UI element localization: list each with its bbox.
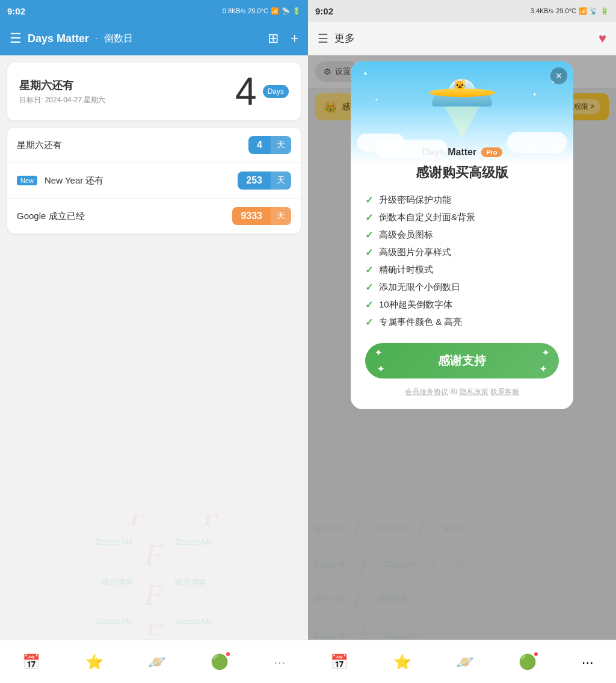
star-decoration-3: ✦ [375, 97, 378, 102]
nav-star[interactable]: ⭐ [85, 654, 103, 670]
nav-star-right[interactable]: ⭐ [393, 654, 411, 670]
featured-card[interactable]: 星期六还有 目标日: 2024-04-27 星期六 4 Days [7, 63, 301, 120]
table-row[interactable]: Google 成立已经 9333 天 [7, 199, 301, 233]
battery-right: 🔋 [600, 7, 609, 15]
temp-right: 29.0°C [556, 7, 576, 14]
thank-support-button[interactable]: ✦ ✦ 感谢支持 ✦ ✦ [365, 343, 559, 379]
wifi-icon-right: 📡 [590, 7, 598, 15]
nav-planet[interactable]: 🪐 [148, 654, 166, 670]
featured-count-number: 4 [235, 72, 257, 111]
leaf-icon-right: 🟢 [519, 654, 537, 670]
time-left: 9:02 [7, 6, 25, 16]
modal-header: ✦ ✦ ✦ ✦ 🐱 [351, 61, 573, 164]
check-icon-3: ✓ [365, 229, 373, 241]
cloud-right [507, 132, 567, 153]
feature-8: 专属事件颜色 & 高亮 [379, 317, 462, 328]
count-unit-2: 天 [271, 172, 291, 190]
planet-icon-wrap: 🪐 [148, 654, 166, 670]
count-badge-2: 253 天 [238, 172, 291, 190]
event-name-1: 星期六还有 [17, 140, 62, 151]
check-icon-2: ✓ [365, 212, 373, 223]
right-header-left: ☰ 更多 [318, 31, 355, 46]
nav-leaf-right[interactable]: 🟢 [519, 654, 537, 670]
list-item: ✓精确计时模式 [365, 261, 559, 279]
star-icon: ⭐ [85, 654, 103, 670]
calendar-icon-right: 📅 [330, 654, 348, 670]
featured-count-section: 4 Days [235, 72, 289, 111]
table-row[interactable]: 星期六还有 4 天 [7, 128, 301, 163]
events-list: 星期六还有 4 天 New New Year 还有 253 天 Google 成… [7, 128, 301, 233]
add-icon[interactable]: + [291, 31, 298, 46]
privacy-policy-link[interactable]: 隐私政策 [460, 388, 488, 396]
sparkle-bl: ✦ [377, 364, 384, 374]
nav-more-right[interactable]: ··· [582, 654, 594, 670]
status-bar-left: 9:02 0.8KB/s 29.0°C 📶 📡 🔋 [0, 0, 308, 22]
nav-planet-right[interactable]: 🪐 [456, 654, 474, 670]
new-badge: New [17, 176, 37, 185]
nav-calendar-right[interactable]: 📅 [330, 654, 348, 670]
app-header-left: ☰ Days Matter · 倒数日 ⊞ + [0, 22, 308, 55]
table-row[interactable]: New New Year 还有 253 天 [7, 163, 301, 199]
list-item: ✓10种超美倒数字体 [365, 296, 559, 314]
list-item: ✓添加无限个小倒数日 [365, 279, 559, 296]
nav-more[interactable]: ··· [274, 654, 286, 670]
star-decoration-4: ✦ [532, 91, 537, 97]
feature-7: 10种超美倒数字体 [379, 299, 452, 311]
app-subtitle: 倒数日 [104, 32, 133, 45]
feature-6: 添加无限个小倒数日 [379, 282, 460, 293]
grid-icon[interactable]: ⊞ [268, 31, 279, 46]
ufo-body-container: 🐱 [432, 73, 492, 107]
planet-icon-right: 🪐 [456, 654, 474, 670]
status-bar-right: 9:02 3.4KB/s 29.0°C 📶 📡 🔋 [308, 0, 616, 22]
menu-icon-right[interactable]: ☰ [318, 31, 328, 46]
modal-footer: 会员服务协议 和 隐私政策 联系客服 [365, 387, 559, 400]
service-agreement-link[interactable]: 会员服务协议 [405, 388, 448, 396]
header-right-icons: ⊞ + [268, 31, 298, 46]
featured-event-info: 星期六还有 目标日: 2024-04-27 星期六 [19, 78, 105, 105]
check-icon-6: ✓ [365, 282, 373, 293]
featured-event-name: 星期六还有 [19, 78, 105, 93]
check-icon-4: ✓ [365, 247, 373, 258]
list-item: ✓倒数本自定义封面&背景 [365, 209, 559, 226]
right-header-title: 更多 [334, 31, 355, 45]
network-speed-left: 0.8KB/s [223, 7, 246, 14]
contact-link[interactable]: 联系客服 [490, 388, 519, 396]
time-right: 9:02 [315, 6, 333, 16]
footer-and: 和 [450, 388, 457, 396]
star-decoration-1: ✦ [363, 70, 368, 77]
header-dot: · [95, 33, 97, 44]
pro-modal: ✕ ✦ ✦ ✦ ✦ 🐱 [351, 61, 573, 409]
count-badge-3: 9333 天 [232, 207, 291, 225]
modal-main-title: 感谢购买高级版 [365, 164, 559, 191]
event-name-row-2: New New Year 还有 [17, 175, 103, 187]
check-icon-1: ✓ [365, 194, 373, 206]
close-icon: ✕ [555, 71, 562, 81]
check-icon-5: ✓ [365, 264, 373, 276]
count-unit-1: 天 [271, 136, 291, 154]
more-icon: ··· [274, 654, 286, 670]
nav-dot-right [534, 652, 538, 656]
planet-icon: 🪐 [148, 654, 166, 670]
list-item: ✓升级密码保护功能 [365, 191, 559, 209]
check-icon-7: ✓ [365, 299, 373, 311]
check-icon-8: ✓ [365, 317, 373, 328]
leaf-icon: 🟢 [211, 654, 229, 670]
heart-icon[interactable]: ♥ [599, 31, 606, 46]
signal-icon-right: 📶 [579, 7, 587, 15]
list-item: ✓高级图片分享样式 [365, 244, 559, 261]
more-icon-right: ··· [582, 654, 594, 670]
event-name-2: New Year 还有 [45, 175, 103, 187]
ufo-graphic: 🐱 [432, 73, 492, 107]
nav-calendar[interactable]: 📅 [22, 654, 40, 670]
battery-left: 🔋 [292, 7, 301, 15]
modal-close-button[interactable]: ✕ [550, 67, 567, 84]
nav-leaf[interactable]: 🟢 [211, 654, 229, 670]
list-item: ✓专属事件颜色 & 高亮 [365, 314, 559, 331]
menu-icon-left[interactable]: ☰ [10, 31, 22, 46]
ufo-cat-icon: 🐱 [453, 78, 466, 91]
left-panel: 9:02 0.8KB/s 29.0°C 📶 📡 🔋 ☰ Days Matter … [0, 0, 308, 683]
temp-left: 29.0°C [248, 7, 268, 14]
wifi-icon-left: 📡 [282, 7, 290, 15]
bottom-nav-left: 📅 ⭐ 🪐 🟢 ··· [0, 640, 308, 683]
app-title: Days Matter [28, 32, 89, 45]
